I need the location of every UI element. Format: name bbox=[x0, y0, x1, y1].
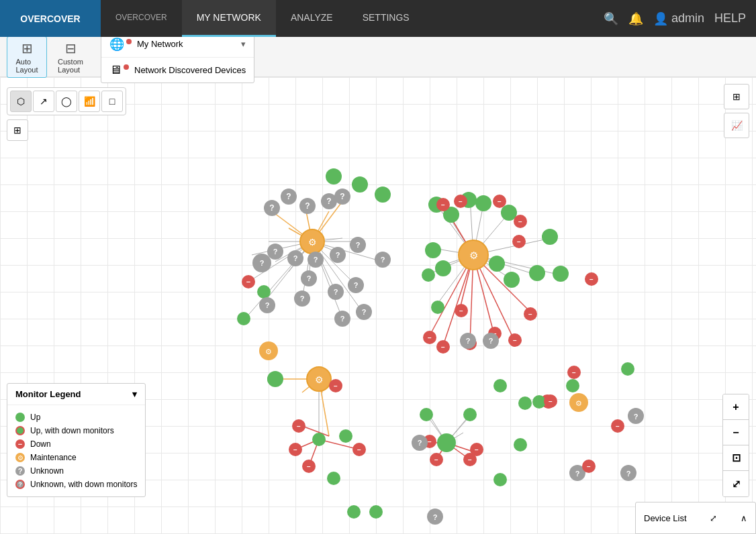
svg-text:?: ? bbox=[273, 248, 278, 256]
svg-point-114 bbox=[267, 372, 281, 386]
zoom-out-button[interactable]: − bbox=[723, 420, 749, 445]
nav-item-overcover[interactable]: OVERCOVER bbox=[101, 0, 182, 37]
svg-text:?: ? bbox=[354, 281, 359, 289]
discovered-devices-label: Network Discovered Devices bbox=[134, 65, 246, 75]
device-list-bar[interactable]: Device List ⤢ ∧ bbox=[635, 502, 756, 534]
auto-layout-icon: ⊞ bbox=[21, 40, 33, 56]
svg-point-75 bbox=[326, 168, 342, 184]
svg-text:?: ? bbox=[418, 439, 422, 447]
legend-item-maintenance: ⚙ Maintenance bbox=[15, 451, 137, 464]
zoom-in-button[interactable]: + bbox=[723, 394, 749, 420]
svg-text:?: ? bbox=[340, 192, 344, 201]
unknown-down-label: Unknown, with down monitors bbox=[30, 480, 137, 489]
svg-text:−: − bbox=[517, 238, 521, 246]
svg-text:⚙: ⚙ bbox=[315, 374, 324, 385]
nav-item-mynetwork[interactable]: MY NETWORK bbox=[182, 0, 276, 37]
svg-point-145 bbox=[553, 266, 569, 282]
svg-point-134 bbox=[493, 473, 507, 486]
legend-item-unknown-down: ? Unknown, with down monitors bbox=[15, 478, 137, 491]
help-label: HELP bbox=[714, 11, 746, 25]
nav-item-analyze[interactable]: ANALYZE bbox=[276, 0, 348, 37]
user-icon: 👤 bbox=[653, 11, 668, 26]
svg-point-130 bbox=[347, 505, 361, 519]
svg-point-146 bbox=[529, 265, 545, 281]
svg-text:−: − bbox=[589, 276, 594, 283]
svg-point-190 bbox=[566, 379, 579, 392]
legend-item-unknown: ? Unknown bbox=[15, 464, 137, 478]
svg-text:⚙: ⚙ bbox=[308, 237, 317, 248]
map-toolbar: ⬡ ↗ ◯ 📶 □ bbox=[7, 87, 126, 115]
svg-point-96 bbox=[257, 285, 271, 299]
svg-text:−: − bbox=[428, 334, 432, 341]
user-button[interactable]: 👤 admin bbox=[653, 11, 704, 26]
logo-text: OVERCOVER bbox=[20, 13, 80, 24]
svg-point-76 bbox=[375, 186, 391, 203]
svg-point-151 bbox=[422, 268, 435, 282]
auto-layout-btn[interactable]: ⊞ AutoLayout bbox=[7, 36, 47, 78]
svg-point-209 bbox=[463, 408, 477, 421]
svg-text:?: ? bbox=[336, 251, 340, 259]
custom-layout-icon: ⊟ bbox=[65, 40, 77, 56]
maintenance-label: Maintenance bbox=[30, 453, 77, 462]
unknown-icon: ? bbox=[15, 466, 25, 476]
bell-button[interactable]: 🔔 bbox=[628, 11, 643, 26]
svg-point-189 bbox=[493, 379, 507, 392]
svg-point-207 bbox=[437, 433, 456, 452]
tool-circle[interactable]: ◯ bbox=[56, 91, 77, 112]
svg-text:?: ? bbox=[433, 513, 438, 521]
legend-header[interactable]: Monitor Legend ▾ bbox=[7, 384, 145, 405]
svg-text:−: − bbox=[293, 446, 297, 453]
custom-layout-label: CustomLayout bbox=[58, 58, 83, 74]
right-panel: ⊞ 📈 bbox=[724, 84, 749, 138]
svg-point-129 bbox=[327, 472, 340, 485]
svg-text:−: − bbox=[428, 438, 432, 445]
tool-link[interactable]: ↗ bbox=[33, 91, 54, 112]
legend-collapse-icon: ▾ bbox=[132, 389, 137, 399]
nav-item-settings[interactable]: SETTINGS bbox=[348, 0, 424, 37]
fit-button[interactable]: ⊡ bbox=[723, 445, 749, 471]
svg-text:−: − bbox=[528, 311, 532, 318]
svg-text:?: ? bbox=[265, 301, 270, 309]
nav-logo[interactable]: OVERCOVER bbox=[0, 0, 101, 37]
svg-point-149 bbox=[435, 260, 451, 276]
help-button[interactable]: HELP bbox=[714, 11, 746, 25]
search-button[interactable]: 🔍 bbox=[604, 11, 618, 26]
svg-text:−: − bbox=[513, 337, 517, 344]
svg-text:?: ? bbox=[489, 337, 493, 345]
svg-text:−: − bbox=[475, 446, 479, 453]
discovered-devices-item[interactable]: 🖥 Network Discovered Devices bbox=[101, 58, 254, 83]
legend-item-down: − Down bbox=[15, 437, 137, 451]
svg-text:−: − bbox=[459, 307, 463, 315]
svg-text:−: − bbox=[572, 369, 576, 376]
top-nav: OVERCOVER OVERCOVER MY NETWORK ANALYZE S… bbox=[0, 0, 756, 37]
svg-text:?: ? bbox=[286, 192, 291, 201]
svg-point-119 bbox=[312, 433, 326, 446]
svg-text:−: − bbox=[616, 423, 620, 430]
device-list-expand-icon: ⤢ bbox=[710, 513, 717, 523]
down-icon: − bbox=[15, 439, 25, 449]
svg-text:−: − bbox=[468, 456, 472, 464]
discovered-icon: 🖥 bbox=[109, 63, 122, 77]
custom-layout-btn[interactable]: ⊟ CustomLayout bbox=[50, 36, 91, 78]
svg-point-74 bbox=[352, 176, 368, 193]
svg-point-147 bbox=[504, 272, 520, 288]
svg-text:−: − bbox=[587, 463, 591, 470]
settings-view-btn[interactable]: ⊞ bbox=[724, 84, 749, 109]
unknown-down-icon: ? bbox=[15, 480, 25, 489]
tool-3d[interactable]: □ bbox=[101, 91, 123, 112]
svg-text:⚙: ⚙ bbox=[265, 348, 272, 356]
svg-text:?: ? bbox=[260, 259, 265, 267]
filter-button[interactable]: ⊞ bbox=[7, 119, 28, 141]
legend-item-up-down: Up, with down monitors bbox=[15, 424, 137, 437]
fullscreen-button[interactable]: ⤢ bbox=[723, 471, 749, 496]
tool-wifi[interactable]: 📶 bbox=[79, 91, 100, 112]
tool-select[interactable]: ⬡ bbox=[10, 91, 32, 112]
down-label: Down bbox=[30, 439, 51, 449]
svg-text:−: − bbox=[297, 423, 301, 430]
svg-point-135 bbox=[514, 438, 527, 451]
svg-point-152 bbox=[431, 301, 444, 314]
auto-layout-label: AutoLayout bbox=[15, 58, 38, 74]
chart-btn[interactable]: 📈 bbox=[724, 113, 749, 138]
svg-point-191 bbox=[621, 362, 634, 376]
svg-text:−: − bbox=[246, 278, 250, 286]
